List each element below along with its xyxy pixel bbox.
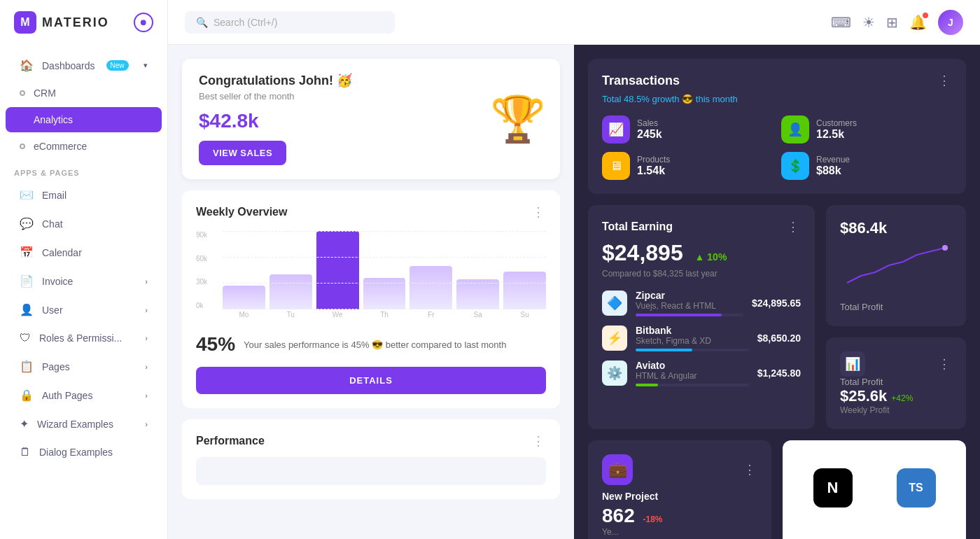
transactions-menu-button[interactable]: ⋮ bbox=[938, 73, 952, 88]
bar-day-label: Mo bbox=[223, 311, 265, 318]
chat-icon: 💬 bbox=[20, 217, 34, 230]
bitbank-progress-fill bbox=[636, 349, 692, 351]
svg-point-0 bbox=[942, 245, 948, 251]
performance-card: Performance ⋮ bbox=[182, 419, 560, 499]
translate-icon[interactable]: ⌨ bbox=[831, 14, 851, 31]
performance-menu-button[interactable]: ⋮ bbox=[532, 433, 546, 449]
sidebar-item-ecommerce[interactable]: eCommerce bbox=[6, 134, 162, 159]
sidebar-item-dashboards[interactable]: 🏠 Dashboards New ▾ bbox=[6, 52, 162, 79]
np-body: New Project 862 -18% Ye... bbox=[602, 491, 757, 537]
typescript-logo: TS bbox=[897, 468, 936, 507]
congrats-title: Congratulations John! 🥳 bbox=[199, 73, 352, 88]
sidebar-item-email[interactable]: ✉️ Email bbox=[6, 181, 162, 209]
mini-profit-icon: 📊 bbox=[840, 351, 865, 377]
total-earning-card: Total Earning ⋮ $24,895 ▲ 10% Compared t… bbox=[588, 205, 815, 429]
congrats-content: Congratulations John! 🥳 Best seller of t… bbox=[199, 73, 352, 165]
np-count: 862 -18% bbox=[602, 505, 757, 527]
sidebar-navigation: 🏠 Dashboards New ▾ CRM Analytics eCommer… bbox=[0, 45, 167, 539]
sidebar-item-user[interactable]: 👤 User › bbox=[6, 296, 162, 323]
earning-item-bitbank: ⚡ Bitbank Sketch, Figma & XD $8,650.20 bbox=[602, 325, 801, 351]
sidebar-item-dialog[interactable]: 🗒 Dialog Examples bbox=[6, 439, 162, 465]
bar-day-label: Su bbox=[503, 311, 546, 318]
sidebar-item-label: Dialog Examples bbox=[39, 447, 113, 458]
bottom-right-row: 💼 ⋮ New Project 862 -18% Ye... bbox=[588, 440, 966, 539]
aviato-progress-fill bbox=[636, 384, 658, 386]
customers-icon: 👤 bbox=[781, 115, 809, 144]
stat-customers: 👤 Customers 12.5k bbox=[781, 115, 952, 144]
bar-day-label: Th bbox=[363, 311, 406, 318]
avatar[interactable]: J bbox=[938, 10, 963, 35]
mini-profit-menu[interactable]: ⋮ bbox=[938, 356, 952, 372]
user-icon: 👤 bbox=[20, 303, 34, 316]
grid-icon[interactable]: ⊞ bbox=[886, 14, 898, 31]
topbar: 🔍 Search (Ctrl+/) ⌨ ☀ ⊞ 🔔 J bbox=[168, 0, 980, 45]
y-axis-labels: 90k 60k 30k 0k bbox=[196, 231, 217, 322]
sidebar-item-pages[interactable]: 📋 Pages › bbox=[6, 353, 162, 380]
stat-sales: 📈 Sales 245k bbox=[602, 115, 773, 144]
sidebar-item-label: Wizard Examples bbox=[37, 419, 113, 430]
email-icon: ✉️ bbox=[20, 188, 34, 202]
sidebar-item-calendar[interactable]: 📅 Calendar bbox=[6, 239, 162, 266]
chart-bar bbox=[316, 231, 359, 309]
np-menu-button[interactable]: ⋮ bbox=[743, 462, 757, 477]
details-button[interactable]: DETAILS bbox=[196, 367, 546, 394]
sidebar-logo: M MATERIO ⏺ bbox=[0, 0, 167, 45]
sidebar-item-label: Pages bbox=[42, 361, 70, 372]
view-sales-button[interactable]: VIEW SALES bbox=[199, 141, 286, 165]
profit-mini-card: 📊 ⋮ Total Profit $25.6k +42% Weekly Prof… bbox=[826, 337, 966, 429]
chevron-right-icon: › bbox=[145, 277, 148, 286]
transactions-subtitle: Total 48.5% growth 😎 this month bbox=[602, 94, 952, 104]
lock-icon: 🔒 bbox=[20, 388, 34, 402]
transactions-emoji: 😎 bbox=[682, 94, 696, 104]
stat-revenue: 💲 Revenue $88k bbox=[781, 152, 952, 180]
earning-title: Total Earning bbox=[602, 220, 673, 233]
stat-products-info: Products 1.54k bbox=[637, 155, 670, 177]
bitbank-value: $8,650.20 bbox=[757, 332, 801, 344]
sidebar-item-analytics[interactable]: Analytics bbox=[6, 107, 162, 132]
performance-title: Performance bbox=[196, 435, 265, 447]
search-bar[interactable]: 🔍 Search (Ctrl+/) bbox=[185, 11, 395, 34]
np-pct: -18% bbox=[643, 514, 663, 524]
weekly-menu-button[interactable]: ⋮ bbox=[532, 204, 546, 220]
earning-menu-button[interactable]: ⋮ bbox=[787, 219, 801, 234]
products-icon: 🖥 bbox=[602, 152, 630, 180]
chevron-right-icon: › bbox=[145, 334, 148, 342]
transactions-title: Transactions bbox=[602, 74, 680, 88]
record-button[interactable]: ⏺ bbox=[134, 13, 153, 32]
sidebar-item-label: eCommerce bbox=[34, 141, 87, 152]
earning-list: 🔷 Zipcar Vuejs, React & HTML $24,895.65 bbox=[602, 290, 801, 386]
sidebar-item-label: Chat bbox=[42, 218, 63, 230]
mini-profit-amount: $25.6k bbox=[840, 387, 887, 405]
logo-icon: M bbox=[14, 11, 36, 34]
sidebar-item-invoice[interactable]: 📄 Invoice › bbox=[6, 267, 162, 295]
bar-day-label: Tu bbox=[270, 311, 312, 318]
content-area: Congratulations John! 🥳 Best seller of t… bbox=[168, 45, 980, 539]
earning-percent: ▲ 10% bbox=[695, 251, 727, 262]
notification-button[interactable]: 🔔 bbox=[909, 14, 927, 31]
sidebar-item-crm[interactable]: CRM bbox=[6, 80, 162, 106]
bar-day-label: Sa bbox=[456, 311, 499, 318]
mini-profit-amount-row: $25.6k +42% bbox=[840, 387, 952, 405]
transactions-header: Transactions ⋮ bbox=[602, 73, 952, 88]
sidebar-item-label: Dashboards bbox=[42, 60, 95, 71]
sidebar-item-auth[interactable]: 🔒 Auth Pages › bbox=[6, 382, 162, 409]
sidebar-item-chat[interactable]: 💬 Chat bbox=[6, 210, 162, 237]
theme-icon[interactable]: ☀ bbox=[862, 14, 875, 31]
aviato-value: $1,245.80 bbox=[757, 368, 801, 379]
zipcar-progress-fill bbox=[636, 314, 722, 316]
mini-profit-sub: Weekly Profit bbox=[840, 405, 952, 415]
aviato-logo: ⚙️ bbox=[602, 360, 627, 386]
sidebar-item-roles[interactable]: 🛡 Roles & Permissi... › bbox=[6, 325, 162, 351]
mini-profit-label: Total Profit bbox=[840, 377, 952, 387]
apps-pages-section-label: APPS & PAGES bbox=[0, 160, 167, 180]
nav-dot-icon bbox=[20, 117, 25, 122]
main-area: 🔍 Search (Ctrl+/) ⌨ ☀ ⊞ 🔔 J Congratulati… bbox=[168, 0, 980, 539]
search-icon: 🔍 bbox=[196, 17, 208, 28]
earning-item-zipcar: 🔷 Zipcar Vuejs, React & HTML $24,895.65 bbox=[602, 290, 801, 316]
profit-label: Total Profit bbox=[840, 302, 952, 312]
stat-revenue-info: Revenue $88k bbox=[816, 155, 850, 177]
weekly-footer: 45% Your sales performance is 45% 😎 bett… bbox=[196, 333, 546, 356]
sidebar-item-wizard[interactable]: ✦ Wizard Examples › bbox=[6, 410, 162, 438]
earning-item-aviato: ⚙️ Aviato HTML & Angular $1,245.80 bbox=[602, 360, 801, 386]
zipcar-logo: 🔷 bbox=[602, 290, 627, 316]
